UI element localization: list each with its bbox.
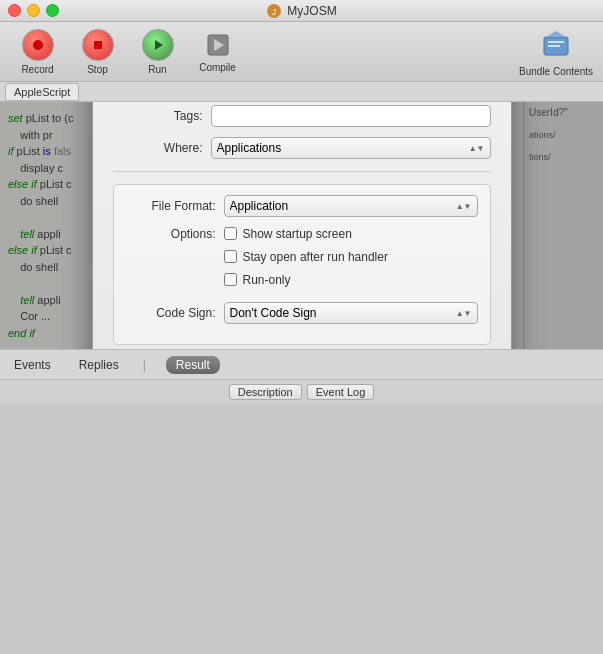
option3-label: Run-only bbox=[243, 273, 291, 287]
svg-rect-10 bbox=[548, 45, 560, 47]
where-select[interactable]: Applications Desktop Documents bbox=[211, 137, 491, 159]
description-button[interactable]: Description bbox=[229, 384, 302, 400]
export-dialog: Export As: ▼ Tags: Where: Applications D… bbox=[92, 102, 512, 349]
main-content-area: set pList to (c with pr if pList is fals… bbox=[0, 102, 603, 349]
bundle-contents-button[interactable]: Bundle Contents bbox=[519, 27, 593, 77]
file-format-select[interactable]: Application Application Bundle Script Sc… bbox=[224, 195, 478, 217]
maximize-button[interactable] bbox=[46, 4, 59, 17]
compile-button[interactable]: Compile bbox=[190, 31, 245, 73]
record-label: Record bbox=[21, 64, 53, 75]
stop-button[interactable]: Stop bbox=[70, 29, 125, 75]
bundle-label: Bundle Contents bbox=[519, 66, 593, 77]
svg-rect-9 bbox=[548, 41, 564, 43]
code-sign-select-wrapper: Don't Code Sign Sign to Run Locally ▲▼ bbox=[224, 302, 478, 324]
svg-text:J: J bbox=[272, 7, 277, 17]
option3-checkbox[interactable] bbox=[224, 273, 237, 286]
record-circle-icon bbox=[31, 38, 45, 52]
toolbar: Record Stop Run Compile bbox=[0, 22, 603, 82]
option3-row: Run-only bbox=[224, 273, 388, 287]
options-label: Options: bbox=[126, 227, 216, 241]
svg-marker-4 bbox=[155, 40, 163, 50]
compile-label: Compile bbox=[199, 62, 236, 73]
app-icon: J bbox=[266, 3, 282, 19]
stop-icon bbox=[82, 29, 114, 61]
record-button[interactable]: Record bbox=[10, 29, 65, 75]
run-icon bbox=[142, 29, 174, 61]
file-format-section: File Format: Application Application Bun… bbox=[113, 184, 491, 345]
tab-divider: | bbox=[143, 358, 146, 372]
option1-checkbox[interactable] bbox=[224, 227, 237, 240]
status-bar: Description Event Log bbox=[0, 379, 603, 404]
option2-label: Stay open after run handler bbox=[243, 250, 388, 264]
where-select-wrapper: Applications Desktop Documents ▲▼ bbox=[211, 137, 491, 159]
tags-input[interactable] bbox=[211, 105, 491, 127]
file-format-select-wrapper: Application Application Bundle Script Sc… bbox=[224, 195, 478, 217]
stop-label: Stop bbox=[87, 64, 108, 75]
tabs-row: AppleScript bbox=[0, 82, 603, 102]
modal-overlay: Export As: ▼ Tags: Where: Applications D… bbox=[0, 102, 603, 349]
compile-icon bbox=[204, 31, 232, 59]
code-sign-label: Code Sign: bbox=[126, 306, 216, 320]
svg-rect-3 bbox=[94, 41, 102, 49]
section-divider bbox=[113, 171, 491, 172]
minimize-button[interactable] bbox=[27, 4, 40, 17]
options-row: Options: Show startup screen Stay open a… bbox=[126, 227, 478, 292]
where-row: Where: Applications Desktop Documents ▲▼ bbox=[113, 137, 491, 159]
option1-row: Show startup screen bbox=[224, 227, 388, 241]
events-tab[interactable]: Events bbox=[10, 356, 55, 374]
file-format-row: File Format: Application Application Bun… bbox=[126, 195, 478, 217]
run-label: Run bbox=[148, 64, 166, 75]
replies-tab[interactable]: Replies bbox=[75, 356, 123, 374]
event-log-button[interactable]: Event Log bbox=[307, 384, 375, 400]
file-format-label: File Format: bbox=[126, 199, 216, 213]
tags-row: Tags: bbox=[113, 105, 491, 127]
bottom-tabs: Events Replies | Result bbox=[0, 349, 603, 379]
applescript-tab[interactable]: AppleScript bbox=[5, 83, 79, 101]
svg-point-2 bbox=[33, 40, 43, 50]
options-group: Show startup screen Stay open after run … bbox=[224, 227, 388, 292]
window-controls[interactable] bbox=[8, 4, 59, 17]
result-tab[interactable]: Result bbox=[166, 356, 220, 374]
close-button[interactable] bbox=[8, 4, 21, 17]
option2-row: Stay open after run handler bbox=[224, 250, 388, 264]
option2-checkbox[interactable] bbox=[224, 250, 237, 263]
title-text: MyJOSM bbox=[287, 4, 336, 18]
code-sign-row: Code Sign: Don't Code Sign Sign to Run L… bbox=[126, 302, 478, 324]
run-button[interactable]: Run bbox=[130, 29, 185, 75]
tags-label: Tags: bbox=[113, 109, 203, 123]
record-icon bbox=[22, 29, 54, 61]
where-label: Where: bbox=[113, 141, 203, 155]
option1-label: Show startup screen bbox=[243, 227, 352, 241]
code-sign-select[interactable]: Don't Code Sign Sign to Run Locally bbox=[224, 302, 478, 324]
titlebar: J MyJOSM bbox=[0, 0, 603, 22]
svg-marker-8 bbox=[546, 31, 566, 37]
stop-square-icon bbox=[91, 38, 105, 52]
run-play-icon bbox=[151, 38, 165, 52]
window-title: J MyJOSM bbox=[266, 3, 336, 19]
bundle-icon bbox=[538, 27, 574, 63]
